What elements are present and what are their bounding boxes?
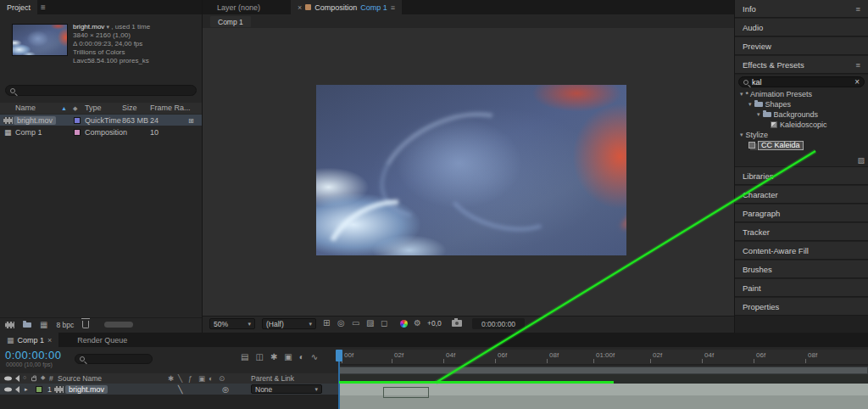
new-folder-icon[interactable]	[23, 322, 31, 328]
panel-content-aware-fill[interactable]: Content-Aware Fill	[735, 242, 868, 260]
tree-item-shapes[interactable]: ▾ Shapes	[735, 99, 868, 109]
tab-layer[interactable]: Layer (none)	[210, 0, 267, 14]
footage-thumbnail[interactable]	[12, 24, 68, 56]
panel-preview[interactable]: Preview	[735, 37, 868, 55]
tree-item-backgrounds[interactable]: ▾ Backgrounds	[735, 109, 868, 120]
region-of-interest-icon[interactable]: ▭	[352, 318, 359, 328]
column-size[interactable]: Size	[122, 104, 137, 112]
comp-subtab[interactable]: Comp 1	[210, 16, 251, 27]
clear-search-icon[interactable]: ×	[854, 77, 860, 87]
project-row-comp[interactable]: ▦ Comp 1 Composition 10	[0, 126, 202, 137]
zoom-select[interactable]: 50% ▾	[209, 318, 255, 329]
current-time-indicator-head[interactable]	[336, 350, 342, 361]
tree-item-cc-kaleida[interactable]: CC Kaleida	[735, 140, 868, 150]
tree-label-selected[interactable]: CC Kaleida	[758, 141, 804, 150]
label-column-icon[interactable]: ◆	[41, 374, 45, 381]
parent-link-select[interactable]: None ▾	[251, 384, 322, 394]
caret-down-icon[interactable]: ▾	[748, 101, 752, 108]
caret-down-icon[interactable]: ▾	[740, 132, 743, 138]
panel-effects-presets[interactable]: Effects & Presets ≡	[735, 56, 868, 74]
project-table-header[interactable]: Name ▲ ◆ Type Size Frame Ra...	[0, 103, 202, 114]
tree-item-stylize[interactable]: ▾ Stylize	[735, 130, 868, 140]
motion-blur-icon[interactable]: ◐	[299, 352, 304, 361]
interpret-footage-icon[interactable]	[5, 322, 14, 328]
project-search-input[interactable]	[5, 85, 197, 96]
close-icon[interactable]: ×	[47, 336, 52, 345]
threed-switch-icon[interactable]: ⊙	[219, 374, 225, 383]
graph-editor-icon[interactable]: ∿	[311, 352, 318, 361]
video-visibility-icon[interactable]	[4, 387, 12, 391]
quality-icon[interactable]: ╲	[178, 385, 182, 394]
index-column[interactable]: #	[49, 374, 53, 383]
panel-audio[interactable]: Audio	[735, 19, 868, 36]
resolution-select[interactable]: (Half) ▾	[262, 318, 316, 329]
show-channel-icon[interactable]	[400, 320, 408, 328]
frame-blending-icon[interactable]: ▣	[284, 352, 292, 361]
timeline-search-input[interactable]	[75, 354, 153, 364]
snapshot-icon[interactable]	[452, 320, 462, 327]
caret-down-icon[interactable]: ▾	[107, 24, 110, 30]
parent-link-column[interactable]: Parent & Link	[251, 374, 294, 383]
column-frame-rate[interactable]: Frame Ra...	[150, 104, 191, 112]
mask-visibility-icon[interactable]: ◎	[337, 318, 345, 328]
label-column-icon[interactable]: ◆	[73, 105, 77, 112]
hide-shy-layers-icon[interactable]: ✱	[270, 352, 277, 361]
tab-timeline-comp[interactable]: ▦ Comp 1 ×	[0, 333, 58, 347]
solo-column-icon[interactable]: ○	[23, 374, 26, 380]
panel-brushes[interactable]: Brushes	[735, 261, 868, 278]
layer-label-swatch[interactable]	[36, 386, 42, 393]
close-icon[interactable]: ×	[298, 3, 302, 12]
tree-item-kaleidoscopic[interactable]: Kaleidoscopic	[735, 120, 868, 130]
effects-panel-corner-icon[interactable]: ▨	[857, 156, 865, 165]
new-composition-icon[interactable]: ▦	[40, 320, 47, 329]
motion-blur-switch-icon[interactable]: ◐	[209, 374, 213, 383]
pick-whip-icon[interactable]: ◎	[222, 385, 229, 394]
effects-search-input[interactable]: kal ×	[738, 76, 865, 87]
current-timecode[interactable]: 0:00:00:00	[5, 349, 61, 361]
tab-project[interactable]: Project	[0, 0, 37, 14]
draft-3d-icon[interactable]: ◫	[255, 352, 263, 361]
panel-menu-icon[interactable]: ≡	[855, 4, 860, 14]
audio-icon[interactable]	[15, 386, 19, 393]
panel-properties[interactable]: Properties	[735, 298, 868, 316]
caret-down-icon[interactable]: ▾	[757, 111, 760, 118]
panel-menu-icon[interactable]: ≡	[855, 60, 860, 70]
label-swatch[interactable]	[74, 117, 81, 124]
panel-libraries[interactable]: Libraries	[735, 167, 868, 185]
quality-switch-icon[interactable]: ╲	[178, 374, 182, 383]
exposure-gear-icon[interactable]: ⚙	[414, 318, 421, 328]
layer-row[interactable]: ▸ 1 bright.mov ╲ ◎ None ▾	[0, 384, 339, 395]
tab-composition[interactable]: × Composition Comp 1 ≡	[291, 0, 402, 14]
audio-column-icon[interactable]	[15, 375, 19, 382]
label-swatch[interactable]	[74, 129, 81, 136]
project-row-footage[interactable]: bright.mov QuickTime 863 MB 24 ⊞	[0, 115, 202, 126]
footage-name[interactable]: bright.mov	[14, 116, 56, 125]
time-ruler[interactable]: 00f 02f 04f 06f 08f 01:00f 02f 04f 06f 0…	[339, 350, 868, 365]
composition-viewport[interactable]	[203, 28, 734, 316]
shy-switch-icon[interactable]: ✱	[168, 374, 174, 383]
panel-character[interactable]: Character	[735, 186, 868, 204]
pixel-aspect-icon[interactable]: ◻	[381, 318, 387, 328]
column-type[interactable]: Type	[85, 104, 102, 112]
footage-badge-icon[interactable]: ⊞	[188, 116, 194, 124]
work-area-bar[interactable]	[339, 367, 868, 374]
panel-info[interactable]: Info ≡	[735, 0, 868, 18]
tab-render-queue[interactable]: Render Queue	[70, 333, 134, 347]
layer-name[interactable]: bright.mov	[65, 385, 108, 394]
horizontal-scrollbar[interactable]	[104, 322, 133, 328]
panel-tracker[interactable]: Tracker	[735, 223, 868, 241]
panel-paragraph[interactable]: Paragraph	[735, 204, 868, 222]
comp-mini-flowchart-icon[interactable]: ▤	[241, 352, 248, 361]
panel-paint[interactable]: Paint	[735, 279, 868, 297]
project-bit-depth[interactable]: 8 bpc	[56, 321, 74, 329]
transparency-grid-icon[interactable]: ▨	[366, 318, 374, 328]
source-name-column[interactable]: Source Name	[58, 374, 102, 383]
panel-menu-icon[interactable]: ≡	[391, 3, 395, 12]
column-name[interactable]: Name	[15, 104, 36, 112]
caret-down-icon[interactable]: ▾	[740, 91, 743, 98]
expand-layer-icon[interactable]: ▸	[25, 386, 28, 393]
panel-menu-icon[interactable]: ≡	[41, 3, 46, 12]
footage-title[interactable]: bright.mov	[73, 23, 104, 31]
grid-guides-icon[interactable]: ⊞	[323, 318, 330, 328]
video-column-icon[interactable]	[4, 377, 12, 381]
